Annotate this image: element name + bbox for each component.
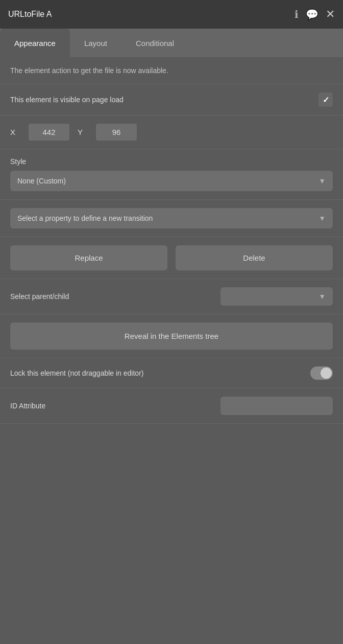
replace-button[interactable]: Replace <box>10 245 167 270</box>
style-dropdown-value: None (Custom) <box>17 177 66 185</box>
style-label: Style <box>10 157 333 166</box>
style-dropdown[interactable]: None (Custom) ▼ <box>10 171 333 191</box>
parent-child-section: Select parent/child ▼ <box>0 279 343 314</box>
x-label: X <box>10 128 20 136</box>
transition-section: Select a property to define a new transi… <box>0 200 343 237</box>
parent-child-arrow: ▼ <box>318 292 326 301</box>
tab-conditional[interactable]: Conditional <box>121 29 188 57</box>
btn-row: Replace Delete <box>10 245 333 270</box>
visible-on-load-section: This element is visible on page load <box>0 84 343 116</box>
transition-dropdown[interactable]: Select a property to define a new transi… <box>10 208 333 228</box>
transition-dropdown-arrow: ▼ <box>318 214 326 222</box>
replace-delete-section: Replace Delete <box>0 237 343 279</box>
id-attribute-row: ID Attribute <box>10 397 333 415</box>
reveal-section: Reveal in the Elements tree <box>0 314 343 358</box>
info-banner: The element action to get the file is no… <box>0 57 343 84</box>
reveal-button[interactable]: Reveal in the Elements tree <box>10 323 333 350</box>
title-bar-icons: ℹ 💬 ✕ <box>295 8 335 21</box>
info-icon[interactable]: ℹ <box>295 8 299 20</box>
parent-child-row: Select parent/child ▼ <box>10 287 333 306</box>
parent-child-label: Select parent/child <box>10 292 69 301</box>
title-bar: URLtoFile A ℹ 💬 ✕ <box>0 0 343 29</box>
style-section: Style None (Custom) ▼ <box>0 149 343 200</box>
delete-button[interactable]: Delete <box>176 245 333 270</box>
visible-on-load-checkbox[interactable] <box>318 93 333 107</box>
visible-on-load-label: This element is visible on page load <box>10 96 124 104</box>
window-title: URLtoFile A <box>8 10 52 19</box>
style-dropdown-arrow: ▼ <box>318 177 326 185</box>
lock-row: Lock this element (not draggable in edit… <box>10 366 333 380</box>
position-section: X Y <box>0 116 343 149</box>
lock-label: Lock this element (not draggable in edit… <box>10 369 143 377</box>
transition-dropdown-label: Select a property to define a new transi… <box>17 214 153 222</box>
parent-child-dropdown[interactable]: ▼ <box>220 287 333 306</box>
toggle-knob <box>321 367 332 379</box>
visible-on-load-row: This element is visible on page load <box>10 93 333 107</box>
y-label: Y <box>78 128 88 136</box>
x-input[interactable] <box>29 124 69 141</box>
y-input[interactable] <box>96 124 137 141</box>
chat-icon[interactable]: 💬 <box>306 8 318 20</box>
tab-appearance[interactable]: Appearance <box>0 29 70 57</box>
lock-section: Lock this element (not draggable in edit… <box>0 358 343 388</box>
id-attribute-input[interactable] <box>220 397 333 415</box>
id-attribute-section: ID Attribute <box>0 388 343 424</box>
tab-layout[interactable]: Layout <box>70 29 121 57</box>
lock-toggle[interactable] <box>310 366 333 380</box>
content-area: The element action to get the file is no… <box>0 57 343 424</box>
xy-row: X Y <box>10 124 333 141</box>
id-attribute-label: ID Attribute <box>10 402 45 410</box>
tabs-bar: Appearance Layout Conditional <box>0 29 343 57</box>
close-icon[interactable]: ✕ <box>326 8 335 21</box>
